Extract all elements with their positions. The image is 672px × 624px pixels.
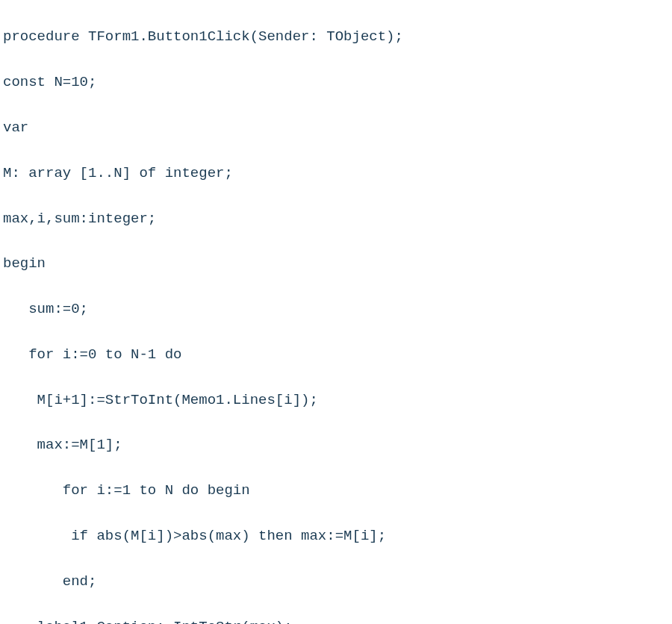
code-line: end; xyxy=(3,570,672,593)
code-line: sum:=0; xyxy=(3,298,672,320)
code-line: var xyxy=(3,116,672,139)
code-line: M: array [1..N] of integer; xyxy=(3,162,672,184)
code-line: if abs(M[i])>abs(max) then max:=M[i]; xyxy=(3,525,672,547)
code-line: for i:=0 to N-1 do xyxy=(3,343,672,366)
code-line: for i:=1 to N do begin xyxy=(3,479,672,502)
code-line: begin xyxy=(3,252,672,275)
code-line: const N=10; xyxy=(3,71,672,93)
code-block: procedure TForm1.Button1Click(Sender: TO… xyxy=(0,0,672,624)
code-line: M[i+1]:=StrToInt(Memo1.Lines[i]); xyxy=(3,389,672,411)
code-line: label1.Caption:=IntToStr(max); xyxy=(3,616,672,624)
code-line: procedure TForm1.Button1Click(Sender: TO… xyxy=(3,25,672,48)
code-line: max:=M[1]; xyxy=(3,434,672,456)
code-line: max,i,sum:integer; xyxy=(3,208,672,230)
